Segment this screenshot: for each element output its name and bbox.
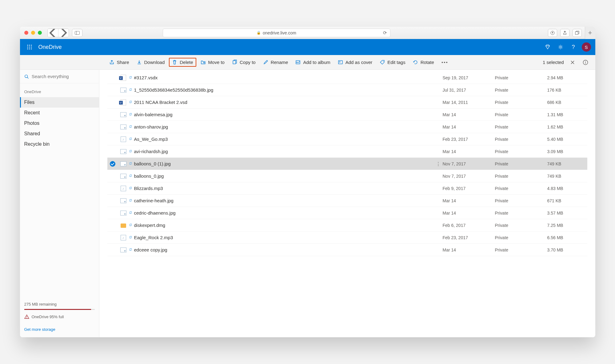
image-file-icon bbox=[120, 125, 126, 129]
file-list-area: #3127.vsdx⋮Sep 19, 2017Private2.94 MB1_5… bbox=[99, 70, 595, 337]
reload-icon[interactable]: ⟳ bbox=[383, 30, 387, 36]
file-size: 1.31 MB bbox=[547, 112, 587, 117]
download-action[interactable]: Download bbox=[134, 58, 168, 67]
file-modified: Nov 7, 2017 bbox=[443, 161, 495, 166]
move-action[interactable]: Move to bbox=[198, 58, 228, 67]
file-name-cell[interactable]: 2011 NCAA Bracket 2.vsd bbox=[129, 100, 434, 105]
file-size: 5.40 MB bbox=[547, 137, 587, 142]
svg-point-20 bbox=[585, 61, 586, 61]
downloads-button[interactable] bbox=[548, 29, 557, 37]
file-name-cell[interactable]: balloons_0.jpg bbox=[129, 173, 434, 179]
file-name-cell[interactable]: As_We_Go.mp3 bbox=[129, 136, 434, 142]
search-input[interactable] bbox=[32, 74, 95, 79]
file-type-icon bbox=[118, 198, 129, 203]
copy-action[interactable]: Copy to bbox=[229, 58, 259, 67]
close-window-button[interactable] bbox=[24, 31, 28, 35]
file-row[interactable]: 2011 NCAA Bracket 2.vsd⋮Mar 14, 2011Priv… bbox=[107, 96, 587, 109]
file-name-cell[interactable]: alvin-balemesa.jpg bbox=[129, 112, 434, 117]
copy-label: Copy to bbox=[240, 60, 256, 65]
file-name-cell[interactable]: Eagle_Rock 2.mp3 bbox=[129, 235, 434, 240]
details-pane-button[interactable] bbox=[581, 58, 590, 67]
file-name: avi-richardsh.jpg bbox=[134, 149, 168, 154]
file-row[interactable]: ♪Blizzards.mp3⋮Feb 9, 2017Private4.83 MB bbox=[107, 182, 587, 195]
tabs-button[interactable] bbox=[573, 29, 582, 37]
file-name-cell[interactable]: edceee copy.jpg bbox=[129, 247, 434, 252]
file-row[interactable]: balloons_0.jpg⋮Nov 7, 2017Private749 KB bbox=[107, 170, 587, 182]
sync-icon bbox=[129, 100, 133, 105]
help-button[interactable]: ? bbox=[567, 39, 580, 55]
left-sidebar: OneDrive FilesRecentPhotosSharedRecycle … bbox=[20, 70, 99, 337]
file-row[interactable]: 1_52550d536834e52550d536838b.jpg⋮Jul 31,… bbox=[107, 84, 587, 96]
file-row[interactable]: avi-richardsh.jpg⋮Mar 14Private3.09 MB bbox=[107, 145, 587, 158]
file-sharing: Private bbox=[495, 137, 547, 142]
file-row[interactable]: #3127.vsdx⋮Sep 19, 2017Private2.94 MB bbox=[107, 72, 587, 84]
sync-icon bbox=[129, 125, 133, 129]
svg-point-24 bbox=[26, 318, 27, 318]
fullscreen-window-button[interactable] bbox=[38, 31, 42, 35]
image-file-icon bbox=[120, 198, 126, 203]
file-row[interactable]: catherine-heath.jpg⋮Mar 14Private671 KB bbox=[107, 195, 587, 207]
file-row[interactable]: ♪Eagle_Rock 2.mp3⋮Feb 23, 2017Private6.5… bbox=[107, 231, 587, 244]
rotate-label: Rotate bbox=[421, 60, 434, 65]
share-button[interactable] bbox=[560, 29, 569, 37]
file-name-cell[interactable]: #3127.vsdx bbox=[129, 75, 434, 80]
sidebar-item-files[interactable]: Files bbox=[20, 97, 99, 108]
file-row[interactable]: anton-sharov.jpg⋮Mar 14Private1.62 MB bbox=[107, 121, 587, 133]
file-row[interactable]: balloons_0 (1).jpg⋮Nov 7, 2017Private749… bbox=[107, 158, 587, 170]
file-name-cell[interactable]: avi-richardsh.jpg bbox=[129, 149, 434, 154]
get-more-storage-link[interactable]: Get more storage bbox=[24, 327, 55, 332]
premium-button[interactable] bbox=[541, 39, 554, 55]
add-cover-action[interactable]: Add as cover bbox=[335, 58, 376, 67]
more-actions[interactable]: ••• bbox=[438, 58, 451, 67]
edit-tags-action[interactable]: Edit tags bbox=[377, 58, 408, 67]
new-tab-button[interactable]: + bbox=[585, 27, 595, 39]
sidebar-item-recycle-bin[interactable]: Recycle bin bbox=[20, 139, 99, 149]
sync-icon bbox=[129, 186, 133, 191]
app-title: OneDrive bbox=[38, 44, 62, 50]
minimize-window-button[interactable] bbox=[31, 31, 35, 35]
file-name-cell[interactable]: catherine-heath.jpg bbox=[129, 198, 434, 203]
file-name-cell[interactable]: cedric-dhaenens.jpg bbox=[129, 210, 434, 216]
address-bar[interactable]: 🔒 onedrive.live.com ⟳ bbox=[163, 29, 390, 37]
file-row[interactable]: cedric-dhaenens.jpg⋮Mar 14Private3.57 MB bbox=[107, 207, 587, 219]
row-checkbox[interactable] bbox=[107, 161, 118, 167]
file-row[interactable]: alvin-balemesa.jpg⋮Mar 14Private1.31 MB bbox=[107, 109, 587, 121]
account-avatar[interactable]: S bbox=[582, 42, 591, 52]
file-name-cell[interactable]: anton-sharov.jpg bbox=[129, 124, 434, 129]
sync-icon bbox=[129, 211, 133, 215]
clear-selection-button[interactable] bbox=[568, 58, 577, 67]
share-action[interactable]: Share bbox=[106, 58, 132, 67]
rotate-action[interactable]: Rotate bbox=[410, 58, 437, 67]
row-menu-button[interactable]: ⋮ bbox=[434, 161, 443, 167]
file-size: 3.57 MB bbox=[547, 211, 587, 216]
app-launcher-button[interactable] bbox=[24, 42, 35, 52]
settings-button[interactable] bbox=[554, 39, 567, 55]
file-name-cell[interactable]: balloons_0 (1).jpg bbox=[129, 161, 434, 166]
file-list: #3127.vsdx⋮Sep 19, 2017Private2.94 MB1_5… bbox=[99, 70, 595, 264]
visio-file-icon bbox=[121, 99, 126, 105]
svg-rect-16 bbox=[338, 61, 342, 64]
forward-button[interactable] bbox=[58, 29, 69, 37]
file-row[interactable]: ♪As_We_Go.mp3⋮Feb 23, 2017Private5.40 MB bbox=[107, 133, 587, 145]
file-row[interactable]: diskexpert.dmg⋮Feb 6, 2017Private7.25 MB bbox=[107, 219, 587, 231]
sidebar-item-recent[interactable]: Recent bbox=[20, 108, 99, 118]
album-label: Add to album bbox=[303, 60, 330, 65]
sidebar-toggle-button[interactable] bbox=[72, 29, 82, 37]
file-name-cell[interactable]: 1_52550d536834e52550d536838b.jpg bbox=[129, 87, 434, 93]
svg-rect-0 bbox=[75, 31, 79, 34]
delete-action[interactable]: Delete bbox=[169, 58, 196, 67]
back-button[interactable] bbox=[48, 29, 58, 37]
rename-action[interactable]: Rename bbox=[260, 58, 291, 67]
avatar-initial: S bbox=[585, 45, 588, 50]
sidebar-item-shared[interactable]: Shared bbox=[20, 129, 99, 139]
content-body: OneDrive FilesRecentPhotosSharedRecycle … bbox=[20, 70, 595, 337]
file-name: balloons_0.jpg bbox=[134, 173, 164, 179]
file-name: Blizzards.mp3 bbox=[134, 186, 163, 191]
sidebar-item-photos[interactable]: Photos bbox=[20, 118, 99, 129]
search-box[interactable] bbox=[20, 70, 99, 83]
file-name-cell[interactable]: Blizzards.mp3 bbox=[129, 186, 434, 191]
add-album-action[interactable]: Add to album bbox=[292, 58, 333, 67]
file-type-icon bbox=[118, 149, 129, 154]
file-row[interactable]: edceee copy.jpg⋮Mar 14Private3.70 MB bbox=[107, 244, 587, 256]
file-name-cell[interactable]: diskexpert.dmg bbox=[129, 223, 434, 228]
